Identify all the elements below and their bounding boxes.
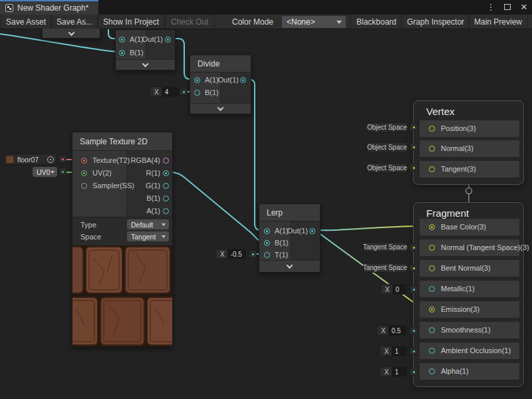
port-alpha[interactable]	[429, 368, 435, 374]
port-normal-ts-label: Normal (Tangent Space)(3)	[441, 243, 529, 251]
port-normal[interactable]	[429, 146, 435, 152]
port-a[interactable]	[163, 208, 169, 214]
port-smoothness[interactable]	[429, 327, 435, 333]
port-b[interactable]	[194, 90, 200, 96]
metallic-default-input[interactable]: X 0	[380, 284, 407, 295]
texture-object-field[interactable]: floor07	[4, 154, 57, 165]
port-b[interactable]	[264, 240, 270, 246]
graph-inspector-toggle[interactable]: Graph Inspector	[401, 15, 470, 29]
port-texture[interactable]	[81, 158, 87, 164]
port-a-label: A(1)	[146, 207, 160, 215]
graph-tab[interactable]: New Shader Graph*	[0, 0, 98, 15]
save-asset-button[interactable]: Save Asset	[0, 15, 52, 29]
port-b[interactable]	[163, 196, 169, 201]
chevron-down-icon[interactable]	[142, 61, 149, 67]
maximize-icon[interactable]	[502, 1, 513, 12]
x-value[interactable]: 0	[392, 285, 406, 294]
space-selector-label: Object Space	[367, 124, 407, 131]
bent-normal-row[interactable]: Bent Normal(3)	[420, 260, 519, 277]
chevron-down-icon[interactable]	[68, 29, 74, 36]
color-mode-label: Color Mode	[232, 15, 273, 29]
ao-default-input[interactable]: X 1	[380, 346, 407, 356]
space-dropdown[interactable]: Tangent	[127, 231, 169, 241]
port-base-color[interactable]	[429, 224, 435, 230]
chevron-down-icon[interactable]	[217, 104, 224, 111]
connector-dot	[410, 164, 418, 172]
port-rgba[interactable]	[163, 158, 169, 164]
ambient-occlusion-row[interactable]: Ambient Occlusion(1)	[420, 342, 519, 359]
divide-node[interactable]: Divide A(1) B(1) Out(1)	[190, 55, 251, 114]
x-value[interactable]: 4	[162, 87, 178, 96]
x-value[interactable]: 1	[392, 346, 406, 356]
space-selector[interactable]: Object Space	[367, 122, 407, 132]
connector-dot	[410, 327, 418, 334]
space-selector[interactable]: Tangent Space	[363, 242, 407, 252]
lerp-t-default-input[interactable]: X -0.5	[215, 249, 246, 259]
divide-b-default-input[interactable]: X 4	[150, 86, 179, 97]
space-selector[interactable]: Tangent Space	[363, 263, 407, 273]
position-row[interactable]: Position(3)	[420, 120, 519, 137]
port-emission[interactable]	[429, 307, 435, 313]
close-icon[interactable]: ✕	[519, 1, 529, 12]
port-out[interactable]	[165, 37, 171, 43]
port-a[interactable]	[119, 37, 125, 43]
main-preview-toggle[interactable]: Main Preview	[468, 15, 528, 29]
sample-texture-2d-node[interactable]: Sample Texture 2D Texture(T2) UV(2) Samp…	[72, 132, 173, 347]
port-g[interactable]	[163, 183, 169, 189]
port-out[interactable]	[309, 228, 315, 234]
port-metallic[interactable]	[429, 286, 435, 292]
fragment-block[interactable]: Fragment Base Color(3) Normal (Tangent S…	[413, 202, 524, 387]
object-picker-icon[interactable]	[47, 156, 54, 163]
normal-row[interactable]: Normal(3)	[420, 140, 519, 157]
port-bent-normal[interactable]	[429, 265, 435, 271]
chevron-down-icon[interactable]	[287, 262, 293, 269]
metallic-row[interactable]: Metallic(1)	[420, 281, 519, 297]
kebab-menu-icon[interactable]: ⋮	[485, 1, 496, 12]
port-sampler-label: Sampler(SS)	[92, 182, 134, 190]
alpha-default-input[interactable]: X 1	[380, 366, 407, 377]
port-uv[interactable]	[81, 170, 87, 176]
space-selector[interactable]: Object Space	[367, 163, 407, 173]
space-selector[interactable]: Object Space	[367, 142, 407, 152]
port-a[interactable]	[264, 228, 270, 234]
x-value[interactable]: -0.5	[227, 249, 245, 259]
collapsed-node[interactable]	[42, 29, 100, 39]
port-r[interactable]	[163, 170, 169, 176]
window-controls: ⋮ ✕	[485, 1, 529, 12]
port-tangent[interactable]	[429, 166, 435, 172]
node-title: Sample Texture 2D	[80, 137, 148, 146]
check-out-button: Check Out	[165, 15, 215, 29]
block-title: Vertex	[426, 106, 455, 117]
port-b[interactable]	[119, 50, 125, 56]
smoothness-row[interactable]: Smoothness(1)	[420, 322, 519, 338]
color-mode-dropdown[interactable]: <None>	[282, 16, 346, 28]
port-sampler[interactable]	[81, 183, 87, 189]
save-as-button[interactable]: Save As...	[51, 15, 98, 29]
port-t[interactable]	[264, 252, 270, 258]
port-position[interactable]	[429, 126, 435, 132]
base-color-row[interactable]: Base Color(3)	[420, 219, 519, 235]
lerp-node[interactable]: Lerp A(1) B(1) T(1) Out(1)	[259, 203, 321, 273]
chevron-down-icon	[51, 171, 55, 174]
emission-row[interactable]: Emission(3)	[420, 301, 519, 318]
x-value[interactable]: 0.5	[388, 326, 406, 335]
type-dropdown[interactable]: Default	[127, 219, 169, 229]
tangent-row[interactable]: Tangent(3)	[420, 161, 519, 178]
title-bar: New Shader Graph* ⋮ ✕	[0, 0, 532, 15]
port-ambient-occlusion[interactable]	[429, 348, 435, 354]
port-out[interactable]	[240, 77, 246, 83]
vertex-block[interactable]: Vertex Position(3) Normal(3) Tangent(3)	[413, 100, 524, 185]
show-in-project-button[interactable]: Show In Project	[97, 15, 165, 29]
port-out-label: Out(1)	[142, 35, 163, 43]
tab-title: New Shader Graph*	[17, 3, 88, 13]
port-ao-label: Ambient Occlusion(1)	[441, 346, 511, 354]
add-node[interactable]: A(1) B(1) Out(1)	[115, 29, 176, 70]
alpha-row[interactable]: Alpha(1)	[420, 363, 519, 380]
port-a[interactable]	[194, 77, 200, 83]
normal-ts-row[interactable]: Normal (Tangent Space)(3)	[420, 239, 519, 256]
blackboard-toggle[interactable]: Blackboard	[350, 15, 402, 29]
port-normal-tangent-space[interactable]	[429, 245, 435, 251]
x-value[interactable]: 1	[392, 367, 406, 376]
smoothness-default-input[interactable]: X 0.5	[376, 325, 407, 336]
uv-channel-dropdown[interactable]: UV0	[33, 167, 57, 177]
